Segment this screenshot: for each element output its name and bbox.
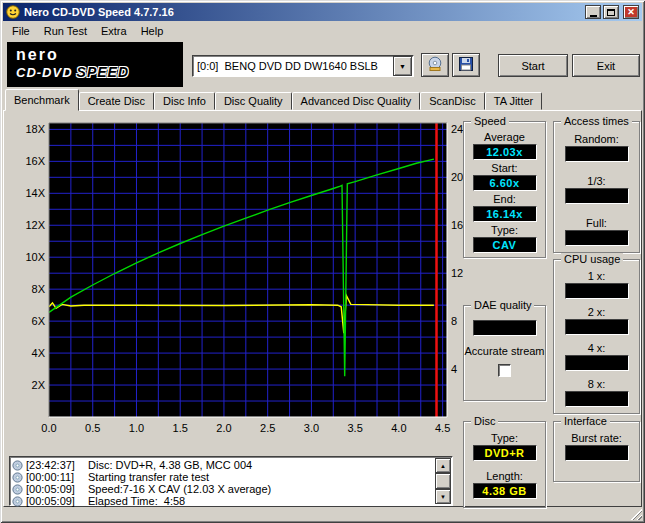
interface-panel-title: Interface [561,415,610,427]
access-full-value [565,230,629,246]
maximize-icon [607,9,615,16]
plot-area [49,123,447,417]
window-title: Nero CD-DVD Speed 4.7.7.16 [24,6,585,18]
log-entry[interactable]: [23:42:37] Disc: DVD+R, 4.38 GB, MCC 004 [12,459,435,471]
disc-icon [12,472,23,483]
speed-end-value: 16.14x [473,206,537,222]
tab-disc-info[interactable]: Disc Info [154,92,215,110]
disc-icon [12,496,23,507]
tab-advanced-disc-quality[interactable]: Advanced Disc Quality [292,92,421,110]
tab-ta-jitter[interactable]: TA Jitter [485,92,543,110]
svg-text:20: 20 [451,171,463,183]
log-entry[interactable]: [00:00:11] Starting transfer rate test [12,471,435,483]
svg-text:16: 16 [451,219,463,231]
menubar: File Run Test Extra Help [3,22,642,40]
access-third-value [565,188,629,204]
svg-text:2X: 2X [32,379,46,391]
log-entry[interactable]: [00:05:09] Elapsed Time: 4:58 [12,495,435,507]
cpu-usage-panel: CPU usage 1 x: 2 x: 4 x: 8 x: [553,259,640,414]
log-list[interactable]: [23:42:37] Disc: DVD+R, 4.38 GB, MCC 004… [9,456,453,506]
log-entry-text: Speed:7-16 X CAV (12.03 X average) [88,483,271,495]
burst-rate-label: Burst rate: [571,432,622,445]
logo-cddvd-text: CD-DVD [16,65,73,80]
svg-text:4X: 4X [32,347,46,359]
svg-text:10X: 10X [25,251,45,263]
titlebar[interactable]: Nero CD-DVD Speed 4.7.7.16 ✕ [3,3,642,21]
svg-text:1.5: 1.5 [173,422,188,434]
log-entry-time: [23:42:37] [26,459,88,471]
speed-panel-title: Speed [471,115,509,127]
app-icon [6,5,20,19]
log-entry-time: [00:05:09] [26,495,88,507]
speed-start-label: Start: [491,162,517,175]
minimize-button[interactable] [585,5,601,19]
tab-disc-quality[interactable]: Disc Quality [215,92,292,110]
cpu-8x-label: 8 x: [588,378,606,391]
disc-length-label: Length: [486,470,523,483]
dae-quality-title: DAE quality [471,299,534,311]
accurate-stream-label: Accurate stream [464,345,545,358]
svg-text:4.0: 4.0 [391,422,406,434]
drive-select[interactable]: [0:0] BENQ DVD DD DW1640 BSLB ▼ [192,55,414,77]
tab-strip: Benchmark Create Disc Disc Info Disc Qua… [5,89,542,111]
tab-scandisc[interactable]: ScanDisc [420,92,484,110]
log-scrollbar[interactable]: ▲ ▼ [435,458,451,504]
burst-rate-value [565,445,629,461]
svg-text:18X: 18X [25,123,45,135]
access-full-label: Full: [586,217,607,230]
menu-extra[interactable]: Extra [94,23,134,39]
cpu-2x-label: 2 x: [588,306,606,319]
menu-file[interactable]: File [5,23,37,39]
dae-quality-value [473,320,537,336]
scroll-thumb[interactable] [435,473,451,489]
menu-run-test[interactable]: Run Test [37,23,94,39]
svg-text:16X: 16X [25,155,45,167]
log-entry[interactable]: [00:05:09] Speed:7-16 X CAV (12.03 X ave… [12,483,435,495]
start-button[interactable]: Start [498,54,568,77]
close-icon: ✕ [627,8,635,17]
maximize-button[interactable] [603,5,619,19]
speed-end-label: End: [493,193,516,206]
menu-help[interactable]: Help [134,23,171,39]
interface-panel: Interface Burst rate: [553,421,640,482]
app-window: Nero CD-DVD Speed 4.7.7.16 ✕ File Run Te… [0,0,645,523]
chevron-down-icon: ▼ [399,63,406,70]
log-rows: [23:42:37] Disc: DVD+R, 4.38 GB, MCC 004… [12,459,435,507]
disc-length-value: 4.38 GB [473,483,537,499]
eject-disc-button[interactable] [421,53,449,77]
save-button[interactable] [452,53,480,77]
svg-text:4.5: 4.5 [435,422,450,434]
svg-text:0.5: 0.5 [85,422,100,434]
access-times-panel: Access times Random: 1/3: Full: [553,121,640,253]
access-times-title: Access times [561,115,632,127]
tab-create-disc[interactable]: Create Disc [79,92,154,110]
resize-grip[interactable] [629,507,642,520]
cpu-1x-value [565,283,629,299]
cpu-usage-title: CPU usage [561,253,623,265]
cpu-2x-value [565,319,629,335]
scroll-up-button[interactable]: ▲ [435,458,451,473]
exit-button[interactable]: Exit [572,54,640,77]
speed-average-label: Average [484,131,525,144]
scroll-up-icon: ▲ [440,463,446,469]
accurate-stream-checkbox[interactable] [498,364,511,377]
drive-select-dropdown-button[interactable]: ▼ [393,56,412,76]
svg-text:0.0: 0.0 [41,422,56,434]
disc-type-value: DVD+R [473,445,537,461]
scroll-down-button[interactable]: ▼ [435,489,451,504]
close-button[interactable]: ✕ [623,5,639,19]
benchmark-tab-page: 18X16X14X12X10X8X6X4X2X24201612840.00.51… [3,110,642,507]
log-entry-text: Disc: DVD+R, 4.38 GB, MCC 004 [88,459,252,471]
access-random-value [565,146,629,162]
tab-benchmark[interactable]: Benchmark [5,89,79,111]
minimize-icon [590,15,597,17]
svg-text:14X: 14X [25,187,45,199]
disc-icon [12,460,23,471]
cpu-4x-value [565,355,629,371]
log-entry-time: [00:05:09] [26,483,88,495]
disc-icon [12,484,23,495]
svg-text:3.0: 3.0 [304,422,319,434]
access-random-label: Random: [574,133,619,146]
window-controls: ✕ [585,5,639,19]
log-entry-time: [00:00:11] [26,471,88,483]
